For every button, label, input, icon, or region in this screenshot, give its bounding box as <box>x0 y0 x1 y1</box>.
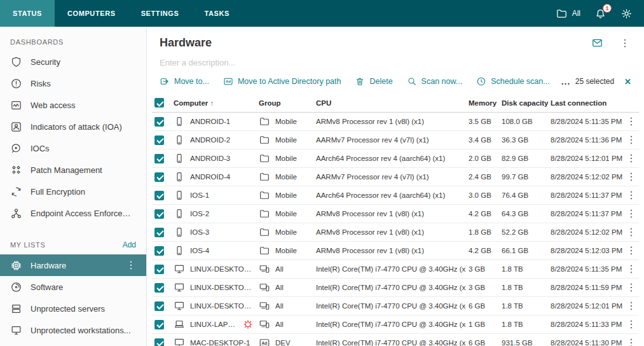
computer-name[interactable]: ANDROID-2 <box>190 136 230 144</box>
computer-name[interactable]: LINUX-DESKTOP-1 <box>190 265 254 273</box>
row-menu-button[interactable]: ⋮ <box>626 134 636 145</box>
sidebar-item-indicators-of-attack-ioa[interactable]: Indicators of attack (IOA) <box>0 116 146 137</box>
table-row[interactable]: LINUX-DESKTOP-1 All Intel(R) Core(TM) i7… <box>152 260 639 279</box>
nav-tab-status[interactable]: STATUS <box>0 0 55 27</box>
sidebar-item-label: Software <box>31 282 63 292</box>
table-row[interactable]: LINUX-DESKTOP-2 All Intel(R) Core(TM) i7… <box>152 279 639 297</box>
row-checkbox[interactable] <box>154 320 164 329</box>
actions-cell: ⋮ <box>624 242 639 260</box>
column-header-memory[interactable]: Memory <box>466 93 499 113</box>
table-row[interactable]: ANDROID-4 Mobile AARMv7 Processor rev 4 … <box>152 168 639 186</box>
row-menu-button[interactable]: ⋮ <box>626 263 636 274</box>
computer-name[interactable]: MAC-DESKTOP-1 <box>190 339 250 346</box>
sidebar-item-unprotected-servers[interactable]: Unprotected servers <box>0 298 146 319</box>
item-menu-button[interactable]: ⋮ <box>126 260 136 270</box>
column-header-cpu[interactable]: CPU <box>313 93 466 113</box>
table-row[interactable]: ANDROID-3 Mobile AArch64 Processor rev 4… <box>152 149 639 168</box>
sidebar-item-web-access[interactable]: Web access <box>0 94 146 116</box>
row-menu-button[interactable]: ⋮ <box>626 282 636 293</box>
sidebar-item-full-encryption[interactable]: Full Encryption <box>0 181 146 202</box>
row-menu-button[interactable]: ⋮ <box>626 300 636 311</box>
computer-name[interactable]: LINUX-DESKTOP-3 <box>190 302 254 310</box>
sidebar-item-security[interactable]: Security <box>0 51 146 73</box>
add-list-link[interactable]: Add <box>123 240 136 249</box>
table-row[interactable]: IOS-3 Mobile ARMv8 Processor rev 1 (v8l)… <box>152 223 639 242</box>
column-header-group[interactable]: Group <box>256 93 313 113</box>
column-header-computer[interactable]: Computer ↑ <box>171 93 256 113</box>
row-checkbox[interactable] <box>154 301 164 311</box>
table-row[interactable]: IOS-2 Mobile ARMv8 Processor rev 1 (v8l)… <box>152 205 639 223</box>
computer-name[interactable]: ANDROID-1 <box>190 118 230 125</box>
computer-name[interactable]: ANDROID-4 <box>190 173 230 181</box>
row-checkbox[interactable] <box>154 117 164 127</box>
sidebar-item-risks[interactable]: Risks <box>0 73 146 94</box>
column-header-disk[interactable]: Disk capacity <box>499 93 548 113</box>
row-checkbox[interactable] <box>154 265 164 274</box>
computer-name[interactable]: IOS-4 <box>190 247 209 254</box>
table-row[interactable]: IOS-1 Mobile AArch64 Processor rev 4 (aa… <box>152 186 639 205</box>
computer-name[interactable]: LINUX-DESKTOP-2 <box>190 284 254 291</box>
toolbar-action-move-to[interactable]: Move to... <box>160 76 209 86</box>
sidebar-item-endpoint-access-enforcement[interactable]: Endpoint Access Enforcement <box>0 202 146 224</box>
toolbar-action-scan-now[interactable]: Scan now... <box>407 76 463 86</box>
row-menu-button[interactable]: ⋮ <box>626 116 636 127</box>
row-checkbox[interactable] <box>154 338 164 346</box>
nav-tab-settings[interactable]: SETTINGS <box>128 0 192 27</box>
row-checkbox[interactable] <box>154 135 164 145</box>
toolbar-action-move-to-active-directory-path[interactable]: Move to Active Directory path <box>223 76 341 86</box>
folder-icon <box>259 245 270 256</box>
table-row[interactable]: ANDROID-2 Mobile AARMv7 Processor rev 4 … <box>152 131 639 149</box>
table-row[interactable]: LINUX-LAPTOP-1 All Intel(R) Core(TM) i7-… <box>152 315 639 334</box>
row-menu-button[interactable]: ⋮ <box>626 171 636 182</box>
computer-name[interactable]: IOS-1 <box>190 191 209 199</box>
computer-name[interactable]: IOS-3 <box>190 228 209 236</box>
clear-selection-button[interactable]: ✕ <box>624 77 631 86</box>
row-menu-button[interactable]: ⋮ <box>626 337 636 346</box>
row-checkbox[interactable] <box>154 154 164 163</box>
settings-gear-button[interactable] <box>620 8 633 20</box>
devices-icon <box>259 263 270 275</box>
row-menu-button[interactable]: ⋮ <box>626 226 636 237</box>
computer-name[interactable]: IOS-2 <box>190 210 209 218</box>
table-row[interactable]: ANDROID-1 Mobile ARMv8 Processor rev 1 (… <box>152 113 639 131</box>
more-actions-button[interactable]: ... <box>561 76 571 86</box>
notifications-button[interactable]: 1 <box>594 8 606 20</box>
toolbar-action-schedule-scan[interactable]: Schedule scan... <box>476 76 549 86</box>
nav-tab-computers[interactable]: COMPUTERS <box>55 0 128 27</box>
row-menu-button[interactable]: ⋮ <box>626 208 636 219</box>
row-checkbox[interactable] <box>154 283 164 293</box>
email-report-button[interactable] <box>591 37 603 49</box>
description-input[interactable] <box>160 58 433 67</box>
row-menu-button[interactable]: ⋮ <box>626 245 636 256</box>
page-menu-button[interactable]: ⋮ <box>620 38 630 48</box>
sidebar-item-patch-management[interactable]: Patch Management <box>0 159 146 181</box>
computer-name[interactable]: ANDROID-3 <box>190 155 230 162</box>
group-name: All <box>275 284 284 291</box>
table-row[interactable]: IOS-4 Mobile ARMv8 Processor rev 1 (v8l)… <box>152 242 639 260</box>
trash-icon <box>355 76 365 86</box>
row-checkbox[interactable] <box>154 228 164 237</box>
row-menu-button[interactable]: ⋮ <box>626 153 636 163</box>
devices-icon <box>259 300 270 312</box>
main-header: Hardware ⋮ <box>147 27 644 68</box>
sidebar-item-iocs[interactable]: IOCs <box>0 137 146 159</box>
computer-name[interactable]: LINUX-LAPTOP-1 <box>190 321 237 328</box>
row-menu-button[interactable]: ⋮ <box>626 319 636 329</box>
sidebar-item-software[interactable]: Software <box>0 276 146 298</box>
row-checkbox[interactable] <box>154 246 164 256</box>
row-checkbox[interactable] <box>154 191 164 200</box>
table-row[interactable]: LINUX-DESKTOP-3 All Intel(R) Core(TM) i7… <box>152 297 639 315</box>
scope-filter-button[interactable]: All <box>556 8 580 20</box>
row-menu-button[interactable]: ⋮ <box>626 190 636 200</box>
nav-tab-tasks[interactable]: TASKS <box>191 0 242 27</box>
sidebar-item-unprotected-workstations[interactable]: Unprotected workstations... <box>0 319 146 341</box>
table-row[interactable]: MAC-DESKTOP-1 DEV Intel(R) Core(TM) i7-4… <box>152 334 639 346</box>
sidebar-item-hardware[interactable]: Hardware ⋮ <box>0 254 146 276</box>
column-header-last-connection[interactable]: Last connection <box>548 93 624 113</box>
memory-cell: 2.4 GB <box>466 168 499 186</box>
toolbar-action-delete[interactable]: Delete <box>355 76 392 86</box>
patch-icon <box>10 164 22 176</box>
select-all-checkbox[interactable] <box>154 98 164 107</box>
row-checkbox[interactable] <box>154 209 164 219</box>
row-checkbox[interactable] <box>154 172 164 182</box>
